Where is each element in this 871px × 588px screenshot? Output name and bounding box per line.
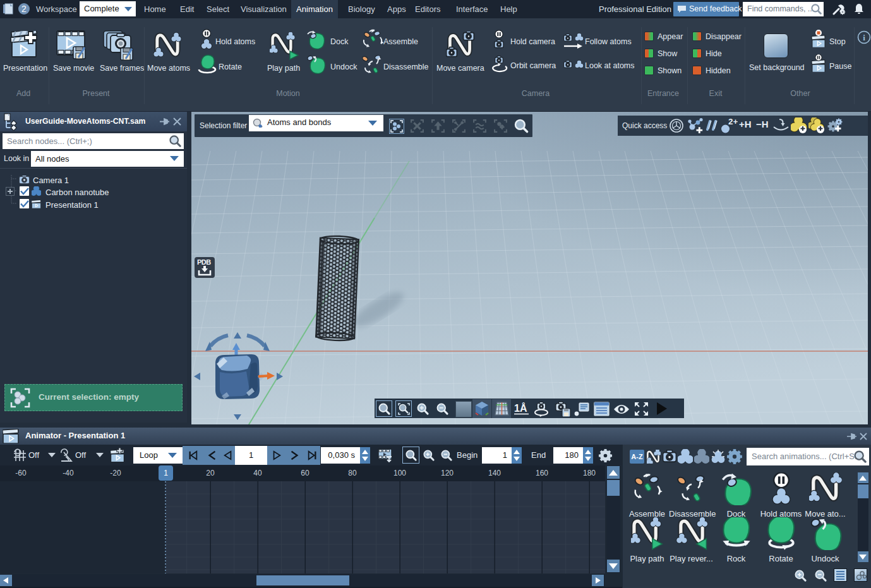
svg-text:2+: 2+ xyxy=(728,117,738,126)
svg-text:1Å: 1Å xyxy=(514,402,527,414)
svg-text:i: i xyxy=(863,33,865,42)
svg-text:2: 2 xyxy=(21,4,27,14)
